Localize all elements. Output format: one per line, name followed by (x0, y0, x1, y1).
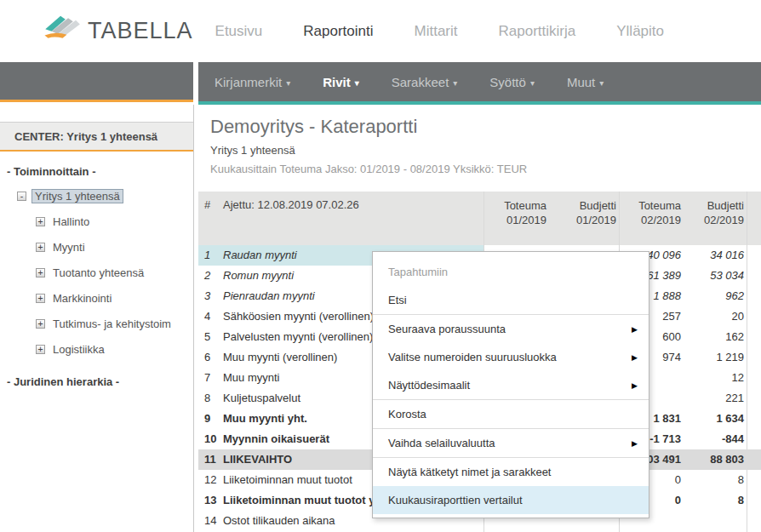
tree-item-tuotanto-yhteensä[interactable]: +Tuotanto yhteensä (0, 266, 193, 280)
toolbar-menu-kirjanmerkit[interactable]: Kirjanmerkit▾ (215, 75, 290, 89)
row-number: 2 (198, 266, 223, 286)
menu-item-seuraava-poraussuunta[interactable]: Seuraava poraussuunta▶ (373, 315, 649, 343)
row-number: 1 (198, 245, 223, 266)
row-number: 8 (198, 388, 223, 409)
menu-item-näytä-kätketyt-nimet-ja-sarakkeet[interactable]: Näytä kätketyt nimet ja sarakkeet (373, 458, 649, 486)
column-header-line2: 02/2019 (684, 213, 744, 227)
row-value: 1 219 (684, 347, 747, 368)
sidebar: CENTER: Yritys 1 yhteensä - Toiminnoitta… (0, 105, 194, 532)
chevron-down-icon: ▾ (355, 78, 359, 88)
tree-item-markkinointi[interactable]: +Markkinointi (0, 291, 193, 306)
tree-item-label: Hallinto (50, 215, 92, 229)
value-column-headers: Toteuma01/2019Budjetti01/2019Toteuma02/2… (483, 192, 747, 245)
expand-icon[interactable]: + (36, 345, 45, 354)
chevron-down-icon: ▾ (453, 78, 457, 88)
tree-item-label: Markkinointi (50, 291, 114, 306)
menu-item-valitse-numeroiden-suuruusluokka[interactable]: Valitse numeroiden suuruusluokka▶ (373, 343, 649, 371)
expand-icon[interactable]: + (36, 294, 45, 303)
row-value: 221 (684, 388, 747, 409)
row-value: 34 016 (684, 245, 747, 266)
submenu-arrow-icon: ▶ (632, 344, 638, 372)
expand-icon[interactable]: + (36, 243, 45, 252)
report-toolbar: Kirjanmerkit▾Rivit▾Sarakkeet▾Syöttö▾Muut… (198, 62, 761, 105)
context-menu: TapahtumiinEtsiSeuraava poraussuunta▶Val… (372, 251, 649, 518)
report-meta: Kuukausittain Toteuma Jakso: 01/2019 - 0… (210, 163, 527, 175)
expand-icon[interactable]: + (36, 217, 45, 226)
column-header-toteuma-01-2019: Toteuma01/2019 (483, 192, 549, 245)
column-header-line1: Toteuma (483, 198, 546, 213)
toolbar-menu-sarakkeet[interactable]: Sarakkeet▾ (392, 75, 458, 89)
nav-item-raporttikirja[interactable]: Raporttikirja (478, 23, 597, 40)
column-header-line2: 01/2019 (483, 213, 546, 227)
top-navigation: EtusivuRaportointiMittaritRaporttikirjaY… (195, 23, 684, 40)
column-header-line1: Budjetti (684, 198, 744, 213)
nav-item-etusivu[interactable]: Etusivu (195, 23, 283, 40)
column-header-budjetti-02-2019: Budjetti02/2019 (684, 192, 747, 245)
submenu-arrow-icon: ▶ (632, 316, 638, 344)
nav-item-ylläpito[interactable]: Ylläpito (596, 23, 684, 40)
toolbar-menu-syöttö[interactable]: Syöttö▾ (489, 75, 535, 89)
row-value: 162 (684, 327, 747, 347)
center-selection-label: CENTER: Yritys 1 yhteensä (14, 130, 157, 143)
tree-item-label: Tuotanto yhteensä (50, 266, 146, 280)
report-title: Demoyritys - Kateraportti (210, 116, 417, 138)
row-number: 13 (198, 490, 223, 511)
column-header-line1: Toteuma (619, 198, 681, 213)
menu-item-korosta[interactable]: Korosta (373, 400, 649, 428)
nav-item-mittarit[interactable]: Mittarit (394, 23, 478, 40)
report-subtitle: Yritys 1 yhteensä (210, 144, 295, 157)
brand-name: TABELLA (88, 18, 193, 44)
collapse-icon[interactable]: - (17, 192, 26, 201)
menu-item-näyttödesimaalit[interactable]: Näyttödesimaalit▶ (373, 371, 649, 399)
row-value: 1 634 (684, 409, 747, 429)
tree-item-logistiikka[interactable]: +Logistiikka (0, 342, 193, 357)
menu-item-kuukausiraporttien-vertailut[interactable]: Kuukausiraporttien vertailut (373, 486, 649, 514)
nav-item-raportointi[interactable]: Raportointi (283, 23, 393, 40)
toolbar-menu-muut[interactable]: Muut▾ (567, 75, 604, 89)
tree-item-myynti[interactable]: +Myynti (0, 240, 193, 255)
tree-item-label: Tutkimus- ja kehitystoim (50, 317, 174, 331)
row-number: 12 (198, 470, 223, 490)
column-header-line2: 01/2019 (549, 213, 616, 227)
row-value (684, 511, 747, 531)
chevron-down-icon: ▾ (599, 78, 604, 88)
toolbar-menu-rivit[interactable]: Rivit▾ (323, 75, 359, 89)
row-number: 4 (198, 306, 223, 327)
menu-item-etsi[interactable]: Etsi (373, 286, 649, 314)
tabella-logo-icon (43, 12, 87, 51)
chevron-down-icon: ▾ (286, 78, 290, 88)
row-number: 5 (198, 327, 223, 347)
tree-item-label: Logistiikka (50, 342, 107, 357)
row-value: 8 (684, 470, 747, 490)
row-value: 8 (684, 490, 747, 511)
row-value: 20 (684, 306, 747, 327)
row-value: 88 803 (684, 449, 747, 470)
expand-icon[interactable]: + (36, 319, 45, 329)
hash-column-header: # (198, 192, 223, 245)
row-number: 3 (198, 286, 223, 306)
table-header: # Ajettu: 12.08.2019 07.02.26 Toteuma01/… (198, 192, 761, 245)
row-number: 10 (198, 429, 223, 449)
tree-item-tutkimus-ja-kehitystoim[interactable]: +Tutkimus- ja kehitystoim (0, 317, 193, 331)
tree-item-hallinto[interactable]: +Hallinto (0, 215, 193, 229)
column-header-line1: Budjetti (549, 198, 616, 213)
tabella-logo[interactable]: TABELLA (43, 12, 193, 51)
column-header-line2: 02/2019 (619, 213, 681, 227)
tree-item-label: Yritys 1 yhteensä (31, 189, 123, 203)
column-header-budjetti-01-2019: Budjetti01/2019 (549, 192, 619, 245)
menu-item-vaihda-selailuvaluutta[interactable]: Vaihda selailuvaluutta▶ (373, 429, 649, 457)
row-number: 14 (198, 511, 223, 531)
sidebar-top-band (0, 62, 193, 102)
column-header-toteuma-02-2019: Toteuma02/2019 (619, 192, 684, 245)
row-number: 7 (198, 368, 223, 388)
section-title-juridinen-hierarkia: - Juridinen hierarkia - (7, 375, 193, 388)
row-value: -844 (684, 429, 747, 449)
tree-item-yritys-1-yhteensä[interactable]: -Yritys 1 yhteensä (0, 189, 193, 203)
submenu-arrow-icon: ▶ (632, 372, 638, 400)
row-value: 962 (684, 286, 747, 306)
row-number: 11 (198, 449, 223, 470)
expand-icon[interactable]: + (36, 268, 45, 277)
tree-item-label: Myynti (50, 240, 88, 255)
row-value: 12 (684, 368, 747, 388)
row-value: 53 034 (684, 266, 747, 286)
